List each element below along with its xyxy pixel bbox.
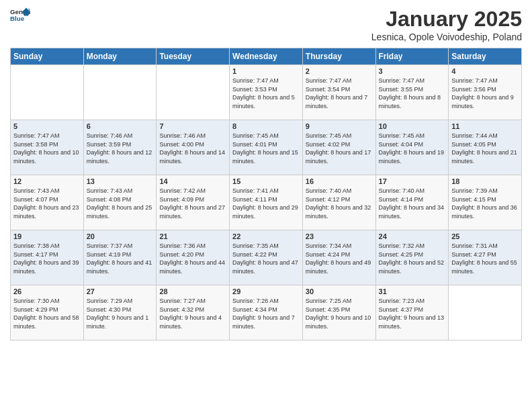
day-number: 25 bbox=[451, 232, 519, 240]
calendar-week-row: 26 Sunrise: 7:30 AM Sunset: 4:29 PM Dayl… bbox=[11, 285, 522, 340]
logo: General Blue bbox=[10, 7, 30, 23]
day-number: 30 bbox=[306, 287, 373, 295]
calendar-cell: 14 Sunrise: 7:42 AM Sunset: 4:09 PM Dayl… bbox=[157, 175, 230, 230]
day-info: Sunrise: 7:47 AM Sunset: 3:58 PM Dayligh… bbox=[13, 132, 81, 165]
day-info: Sunrise: 7:37 AM Sunset: 4:19 PM Dayligh… bbox=[87, 242, 154, 275]
calendar-cell: 1 Sunrise: 7:47 AM Sunset: 3:53 PM Dayli… bbox=[230, 65, 303, 120]
calendar-cell: 15 Sunrise: 7:41 AM Sunset: 4:11 PM Dayl… bbox=[230, 175, 303, 230]
logo-icon: General Blue bbox=[10, 7, 30, 23]
sunset-text: Sunset: 4:19 PM bbox=[87, 251, 132, 258]
day-info: Sunrise: 7:32 AM Sunset: 4:25 PM Dayligh… bbox=[379, 242, 446, 275]
calendar-cell: 11 Sunrise: 7:44 AM Sunset: 4:05 PM Dayl… bbox=[449, 120, 522, 175]
calendar-cell: 30 Sunrise: 7:25 AM Sunset: 4:35 PM Dayl… bbox=[302, 285, 375, 340]
sunset-text: Sunset: 4:12 PM bbox=[306, 196, 351, 203]
calendar-cell: 3 Sunrise: 7:47 AM Sunset: 3:55 PM Dayli… bbox=[375, 65, 449, 120]
sunset-text: Sunset: 4:25 PM bbox=[379, 251, 424, 258]
daylight-text: Daylight: 8 hours and 47 minutes. bbox=[232, 259, 298, 275]
sunrise-text: Sunrise: 7:39 AM bbox=[451, 187, 498, 194]
daylight-text: Daylight: 9 hours and 7 minutes. bbox=[232, 314, 295, 330]
day-number: 20 bbox=[87, 232, 154, 240]
sunset-text: Sunset: 4:30 PM bbox=[87, 306, 132, 313]
sunrise-text: Sunrise: 7:26 AM bbox=[232, 298, 279, 304]
calendar-cell: 10 Sunrise: 7:45 AM Sunset: 4:04 PM Dayl… bbox=[375, 120, 449, 175]
sunrise-text: Sunrise: 7:46 AM bbox=[159, 132, 206, 139]
calendar-cell: 21 Sunrise: 7:36 AM Sunset: 4:20 PM Dayl… bbox=[157, 230, 230, 285]
calendar-cell: 26 Sunrise: 7:30 AM Sunset: 4:29 PM Dayl… bbox=[11, 285, 84, 340]
svg-text:Blue: Blue bbox=[10, 15, 25, 22]
day-number: 1 bbox=[232, 67, 300, 75]
subtitle: Lesnica, Opole Voivodeship, Poland bbox=[371, 32, 522, 42]
calendar-cell: 7 Sunrise: 7:46 AM Sunset: 4:00 PM Dayli… bbox=[157, 120, 230, 175]
sunset-text: Sunset: 4:02 PM bbox=[306, 141, 351, 148]
day-number: 17 bbox=[379, 177, 446, 185]
day-header-sunday: Sunday bbox=[11, 48, 84, 65]
daylight-text: Daylight: 8 hours and 55 minutes. bbox=[451, 259, 517, 275]
sunset-text: Sunset: 4:29 PM bbox=[13, 306, 58, 313]
sunrise-text: Sunrise: 7:30 AM bbox=[13, 298, 60, 304]
day-number: 21 bbox=[159, 232, 226, 240]
sunset-text: Sunset: 4:11 PM bbox=[232, 196, 277, 203]
day-info: Sunrise: 7:44 AM Sunset: 4:05 PM Dayligh… bbox=[451, 132, 519, 165]
calendar-week-row: 19 Sunrise: 7:38 AM Sunset: 4:17 PM Dayl… bbox=[11, 230, 522, 285]
calendar-cell: 4 Sunrise: 7:47 AM Sunset: 3:56 PM Dayli… bbox=[449, 65, 522, 120]
day-number: 26 bbox=[13, 287, 81, 295]
day-info: Sunrise: 7:43 AM Sunset: 4:07 PM Dayligh… bbox=[13, 187, 81, 220]
calendar-cell: 8 Sunrise: 7:45 AM Sunset: 4:01 PM Dayli… bbox=[230, 120, 303, 175]
sunset-text: Sunset: 4:17 PM bbox=[13, 251, 58, 258]
daylight-text: Daylight: 8 hours and 41 minutes. bbox=[87, 259, 152, 275]
day-number: 13 bbox=[87, 177, 154, 185]
daylight-text: Daylight: 8 hours and 21 minutes. bbox=[451, 149, 517, 165]
page-container: General Blue January 2025 Lesnica, Opole… bbox=[0, 0, 532, 411]
month-title: January 2025 bbox=[371, 7, 522, 32]
day-info: Sunrise: 7:36 AM Sunset: 4:20 PM Dayligh… bbox=[159, 242, 226, 275]
day-number: 7 bbox=[159, 122, 226, 130]
calendar-cell: 22 Sunrise: 7:35 AM Sunset: 4:22 PM Dayl… bbox=[230, 230, 303, 285]
sunset-text: Sunset: 4:14 PM bbox=[379, 196, 424, 203]
sunset-text: Sunset: 4:07 PM bbox=[13, 196, 58, 203]
day-info: Sunrise: 7:42 AM Sunset: 4:09 PM Dayligh… bbox=[159, 187, 226, 220]
daylight-text: Daylight: 8 hours and 25 minutes. bbox=[87, 204, 152, 220]
sunset-text: Sunset: 3:54 PM bbox=[306, 86, 351, 93]
daylight-text: Daylight: 9 hours and 10 minutes. bbox=[306, 314, 371, 330]
sunrise-text: Sunrise: 7:35 AM bbox=[232, 242, 279, 249]
day-info: Sunrise: 7:39 AM Sunset: 4:15 PM Dayligh… bbox=[451, 187, 519, 220]
calendar-cell: 31 Sunrise: 7:23 AM Sunset: 4:37 PM Dayl… bbox=[375, 285, 449, 340]
day-number: 11 bbox=[451, 122, 519, 130]
calendar-week-row: 5 Sunrise: 7:47 AM Sunset: 3:58 PM Dayli… bbox=[11, 120, 522, 175]
calendar-cell: 6 Sunrise: 7:46 AM Sunset: 3:59 PM Dayli… bbox=[83, 120, 157, 175]
day-info: Sunrise: 7:45 AM Sunset: 4:01 PM Dayligh… bbox=[232, 132, 300, 165]
calendar-cell: 18 Sunrise: 7:39 AM Sunset: 4:15 PM Dayl… bbox=[449, 175, 522, 230]
sunset-text: Sunset: 4:04 PM bbox=[379, 141, 424, 148]
daylight-text: Daylight: 8 hours and 8 minutes. bbox=[379, 94, 441, 109]
day-number: 6 bbox=[87, 122, 154, 130]
day-info: Sunrise: 7:45 AM Sunset: 4:02 PM Dayligh… bbox=[306, 132, 373, 165]
sunset-text: Sunset: 3:58 PM bbox=[13, 141, 58, 148]
daylight-text: Daylight: 8 hours and 17 minutes. bbox=[306, 149, 371, 165]
day-info: Sunrise: 7:26 AM Sunset: 4:34 PM Dayligh… bbox=[232, 297, 300, 330]
daylight-text: Daylight: 8 hours and 9 minutes. bbox=[451, 94, 514, 109]
daylight-text: Daylight: 8 hours and 34 minutes. bbox=[379, 204, 445, 220]
day-number: 24 bbox=[379, 232, 446, 240]
day-number: 23 bbox=[306, 232, 373, 240]
sunrise-text: Sunrise: 7:45 AM bbox=[306, 132, 352, 139]
daylight-text: Daylight: 8 hours and 7 minutes. bbox=[306, 94, 368, 109]
sunrise-text: Sunrise: 7:34 AM bbox=[306, 242, 352, 249]
calendar-cell: 13 Sunrise: 7:43 AM Sunset: 4:08 PM Dayl… bbox=[83, 175, 157, 230]
sunrise-text: Sunrise: 7:29 AM bbox=[87, 298, 133, 304]
sunrise-text: Sunrise: 7:25 AM bbox=[306, 298, 352, 304]
sunset-text: Sunset: 4:01 PM bbox=[232, 141, 277, 148]
daylight-text: Daylight: 8 hours and 49 minutes. bbox=[306, 259, 371, 275]
day-info: Sunrise: 7:34 AM Sunset: 4:24 PM Dayligh… bbox=[306, 242, 373, 275]
day-number: 19 bbox=[13, 232, 81, 240]
daylight-text: Daylight: 8 hours and 32 minutes. bbox=[306, 204, 371, 220]
calendar-cell: 28 Sunrise: 7:27 AM Sunset: 4:32 PM Dayl… bbox=[157, 285, 230, 340]
day-info: Sunrise: 7:47 AM Sunset: 3:55 PM Dayligh… bbox=[379, 77, 446, 110]
day-header-saturday: Saturday bbox=[449, 48, 522, 65]
day-number: 4 bbox=[451, 67, 519, 75]
daylight-text: Daylight: 8 hours and 14 minutes. bbox=[159, 149, 225, 165]
calendar-cell bbox=[11, 65, 84, 120]
day-info: Sunrise: 7:46 AM Sunset: 3:59 PM Dayligh… bbox=[87, 132, 154, 165]
sunset-text: Sunset: 4:22 PM bbox=[232, 251, 277, 258]
day-number: 2 bbox=[306, 67, 373, 75]
day-info: Sunrise: 7:27 AM Sunset: 4:32 PM Dayligh… bbox=[159, 297, 226, 330]
